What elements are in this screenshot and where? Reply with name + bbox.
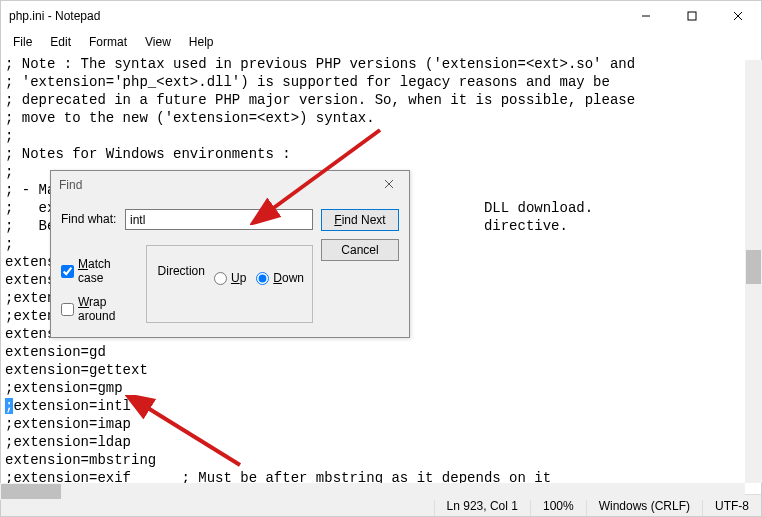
editor-line: ; 'extension='php_<ext>.dll') is support… — [5, 73, 757, 91]
window-title: php.ini - Notepad — [9, 9, 623, 23]
menu-view[interactable]: View — [137, 33, 179, 51]
editor-line: ;extension=intl — [5, 397, 757, 415]
find-close-button[interactable] — [377, 178, 401, 192]
titlebar: php.ini - Notepad — [1, 1, 761, 31]
window-controls — [623, 1, 761, 31]
cancel-button[interactable]: Cancel — [321, 239, 399, 261]
editor-line: ; — [5, 127, 757, 145]
close-button[interactable] — [715, 1, 761, 31]
menu-format[interactable]: Format — [81, 33, 135, 51]
find-next-button[interactable]: Find Next — [321, 209, 399, 231]
horizontal-scrollbar[interactable] — [0, 483, 745, 500]
find-dialog-title: Find — [59, 178, 377, 192]
direction-up-radio[interactable]: Up — [214, 271, 246, 285]
find-options: Match case Wrap around Direction Up Down — [61, 239, 313, 323]
editor-line: ; Notes for Windows environments : — [5, 145, 757, 163]
direction-group: Direction Up Down — [146, 245, 313, 323]
direction-label: Direction — [155, 264, 208, 278]
vertical-scrollbar[interactable] — [745, 60, 762, 483]
find-what-input[interactable] — [125, 209, 313, 230]
direction-down-radio[interactable]: Down — [256, 271, 304, 285]
editor-line: extension=mbstring — [5, 451, 757, 469]
editor-line: ;extension=imap — [5, 415, 757, 433]
menu-edit[interactable]: Edit — [42, 33, 79, 51]
match-case-checkbox[interactable]: Match case — [61, 257, 122, 285]
editor-line: extension=gd — [5, 343, 757, 361]
vertical-scrollbar-thumb[interactable] — [746, 250, 761, 284]
editor-line: ; Note : The syntax used in previous PHP… — [5, 55, 757, 73]
menubar: File Edit Format View Help — [1, 31, 761, 53]
maximize-button[interactable] — [669, 1, 715, 31]
wrap-around-checkbox[interactable]: Wrap around — [61, 295, 122, 323]
editor-line: ;extension=gmp — [5, 379, 757, 397]
editor-line: ; move to the new ('extension=<ext>) syn… — [5, 109, 757, 127]
find-what-label: Find what: — [61, 209, 117, 226]
minimize-button[interactable] — [623, 1, 669, 31]
horizontal-scrollbar-thumb[interactable] — [1, 484, 61, 499]
svg-rect-1 — [688, 12, 696, 20]
menu-file[interactable]: File — [5, 33, 40, 51]
menu-help[interactable]: Help — [181, 33, 222, 51]
editor-line: extension=gettext — [5, 361, 757, 379]
find-dialog-titlebar: Find — [51, 171, 409, 199]
editor-line: ;extension=ldap — [5, 433, 757, 451]
find-dialog: Find Find what: Find Next Match case Wra… — [50, 170, 410, 338]
editor-line: ; deprecated in a future PHP major versi… — [5, 91, 757, 109]
